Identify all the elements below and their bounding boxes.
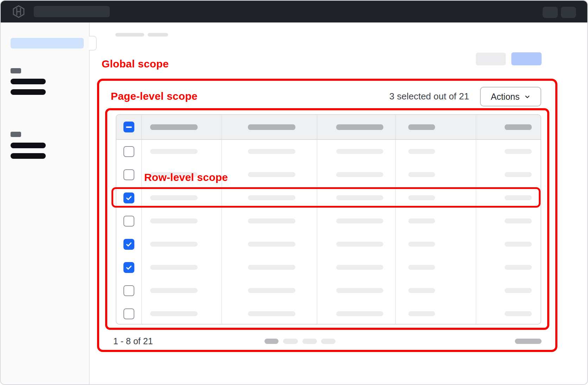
- sidebar-nav-item-skeleton[interactable]: [11, 153, 46, 159]
- pagination-prev-skeleton[interactable]: [264, 339, 279, 344]
- table-row: [116, 209, 541, 233]
- table-header-cell: [142, 115, 222, 139]
- table-cell: [476, 140, 541, 163]
- table-row: [116, 279, 541, 302]
- top-nav-bar: [1, 1, 587, 22]
- table-cell: [396, 256, 476, 279]
- sidebar: [1, 22, 90, 385]
- table-cell: [317, 233, 396, 256]
- cell-skeleton: [336, 242, 383, 247]
- row-checkbox[interactable]: [123, 262, 134, 273]
- table-cell: [222, 163, 317, 186]
- check-icon: [126, 195, 132, 201]
- table-row: [116, 140, 541, 163]
- breadcrumb-skeleton[interactable]: [148, 33, 168, 37]
- cell-skeleton: [336, 149, 383, 154]
- cell-skeleton: [408, 265, 435, 270]
- table-header-checkbox-cell: [116, 115, 142, 139]
- table-header-cell: [317, 115, 396, 139]
- secondary-button-skeleton[interactable]: [476, 53, 506, 65]
- table-cell: [476, 256, 541, 279]
- table-cell: [142, 279, 222, 302]
- table-cell: [476, 163, 541, 186]
- hashicorp-logo-icon: [12, 5, 25, 18]
- cell-skeleton: [336, 311, 383, 316]
- table-cell: [476, 302, 541, 325]
- sidebar-active-item-skeleton[interactable]: [11, 38, 84, 48]
- pagination-page-skeleton[interactable]: [283, 339, 298, 344]
- cell-skeleton: [248, 311, 295, 316]
- row-checkbox-cell: [116, 186, 142, 209]
- sidebar-collapse-handle[interactable]: [89, 36, 97, 51]
- table-cell: [222, 140, 317, 163]
- cell-skeleton: [150, 242, 198, 247]
- row-checkbox[interactable]: [123, 216, 134, 227]
- selection-summary: 3 selected out of 21: [352, 91, 469, 102]
- select-all-checkbox[interactable]: [123, 122, 134, 132]
- pagination-page-skeleton[interactable]: [302, 339, 317, 344]
- table-cell: [396, 209, 476, 233]
- global-scope-label: Global scope: [102, 58, 169, 70]
- table-cell: [222, 279, 317, 302]
- cell-skeleton: [505, 149, 532, 154]
- cell-skeleton: [408, 311, 435, 316]
- data-table: [116, 114, 541, 325]
- cell-skeleton: [505, 265, 532, 270]
- row-checkbox[interactable]: [123, 192, 134, 203]
- table-cell: [476, 233, 541, 256]
- table-cell: [142, 302, 222, 325]
- cell-skeleton: [408, 149, 435, 154]
- check-icon: [126, 264, 132, 271]
- table-header-row: [116, 115, 541, 140]
- table-cell: [222, 186, 317, 209]
- topbar-help-button[interactable]: [543, 7, 558, 18]
- table-cell: [396, 186, 476, 209]
- chevron-down-icon: [524, 94, 530, 100]
- pagination-page-skeleton[interactable]: [321, 339, 335, 344]
- row-checkbox-cell: [116, 256, 142, 279]
- app-window: Global scope Page-level scope Row-level …: [0, 0, 588, 385]
- cell-skeleton: [248, 242, 295, 247]
- topbar-user-menu-button[interactable]: [561, 7, 576, 18]
- search-input[interactable]: [34, 6, 110, 17]
- table-row: [116, 302, 541, 325]
- table-cell: [476, 209, 541, 233]
- pagination-range-label: 1 - 8 of 21: [113, 336, 153, 346]
- cell-skeleton: [150, 288, 198, 293]
- table-cell: [222, 256, 317, 279]
- table-cell: [142, 256, 222, 279]
- column-header-skeleton: [408, 124, 435, 130]
- row-checkbox[interactable]: [123, 169, 134, 180]
- row-checkbox[interactable]: [123, 146, 134, 157]
- cell-skeleton: [150, 149, 198, 154]
- primary-button-skeleton[interactable]: [511, 52, 542, 65]
- breadcrumb-skeleton[interactable]: [115, 33, 144, 37]
- cell-skeleton: [248, 218, 295, 223]
- cell-skeleton: [505, 172, 532, 177]
- column-header-skeleton: [150, 124, 198, 130]
- cell-skeleton: [150, 195, 198, 200]
- cell-skeleton: [150, 218, 198, 223]
- actions-dropdown-button[interactable]: Actions: [480, 87, 541, 106]
- table-cell: [317, 279, 396, 302]
- cell-skeleton: [408, 242, 435, 247]
- table-header-cell: [396, 115, 476, 139]
- row-checkbox-cell: [116, 279, 142, 302]
- row-checkbox[interactable]: [123, 285, 134, 296]
- sidebar-nav-item-skeleton[interactable]: [11, 79, 46, 84]
- row-checkbox[interactable]: [123, 239, 134, 250]
- pagination-next-skeleton[interactable]: [515, 339, 542, 344]
- table-cell: [142, 140, 222, 163]
- cell-skeleton: [408, 195, 435, 200]
- row-checkbox-cell: [116, 233, 142, 256]
- cell-skeleton: [505, 218, 532, 223]
- sidebar-nav-item-skeleton[interactable]: [11, 143, 46, 148]
- actions-button-label: Actions: [491, 92, 520, 102]
- table-cell: [317, 163, 396, 186]
- row-checkbox[interactable]: [123, 308, 134, 319]
- table-cell: [396, 163, 476, 186]
- cell-skeleton: [505, 195, 532, 200]
- sidebar-nav-item-skeleton[interactable]: [11, 89, 46, 95]
- cell-skeleton: [336, 172, 383, 177]
- cell-skeleton: [248, 265, 295, 270]
